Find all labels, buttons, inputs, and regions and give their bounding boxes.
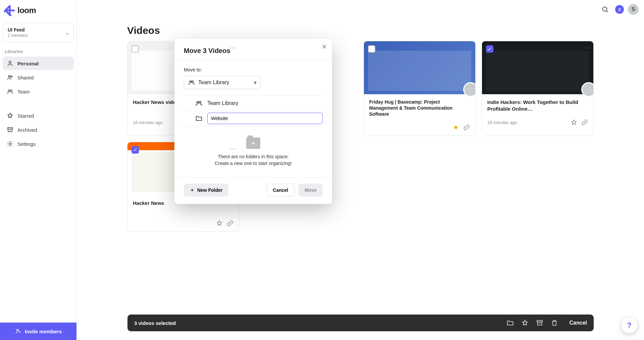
card-more-button[interactable]: ⋯ (467, 45, 472, 51)
empty-folder-state: There are no folders in this space. Crea… (184, 126, 323, 170)
card-more-button[interactable]: ⋯ (230, 146, 235, 152)
folder-icon (195, 115, 203, 122)
destination-select[interactable]: Team Library ▾ (184, 76, 261, 89)
card-more-button[interactable]: ⋯ (585, 45, 590, 51)
select-checkbox[interactable] (131, 45, 139, 53)
new-folder-name-input[interactable] (207, 113, 323, 124)
card-more-button[interactable]: ⋯ (230, 45, 235, 51)
svg-point-16 (197, 101, 199, 103)
chevron-down-icon: ▾ (254, 79, 257, 86)
cancel-button[interactable]: Cancel (266, 184, 294, 196)
move-videos-modal: Move 3 Videos Move to: Team Library ▾ Te… (174, 39, 332, 204)
select-checkbox[interactable]: ✓ (486, 45, 493, 53)
modal-footer: ＋ New Folder Cancel Move (174, 177, 332, 204)
empty-line-2: Create a new one to start organizing! (184, 160, 323, 167)
destination-value: Team Library (198, 79, 229, 86)
team-icon (188, 79, 195, 86)
new-folder-label: New Folder (197, 187, 222, 193)
move-button[interactable]: Move (299, 184, 323, 196)
svg-point-14 (190, 81, 191, 82)
select-checkbox[interactable]: ✓ (131, 146, 139, 154)
svg-point-17 (199, 101, 201, 103)
folder-plus-icon (246, 137, 260, 149)
folder-row-team-library[interactable]: Team Library (184, 95, 323, 111)
modal-close-button[interactable] (321, 44, 327, 51)
close-icon (321, 44, 327, 50)
new-folder-button[interactable]: ＋ New Folder (184, 184, 228, 196)
empty-line-1: There are no folders in this space. (184, 154, 323, 160)
help-button[interactable]: ? (621, 317, 637, 333)
folder-label: Team Library (207, 100, 238, 106)
folder-row-new (184, 111, 323, 126)
svg-point-15 (192, 81, 194, 82)
modal-title: Move 3 Videos (174, 39, 332, 61)
team-icon (195, 100, 203, 107)
move-to-label: Move to: (184, 67, 323, 72)
plus-icon: ＋ (190, 187, 195, 193)
select-checkbox[interactable] (368, 45, 375, 53)
folder-list: Team Library (184, 95, 323, 126)
